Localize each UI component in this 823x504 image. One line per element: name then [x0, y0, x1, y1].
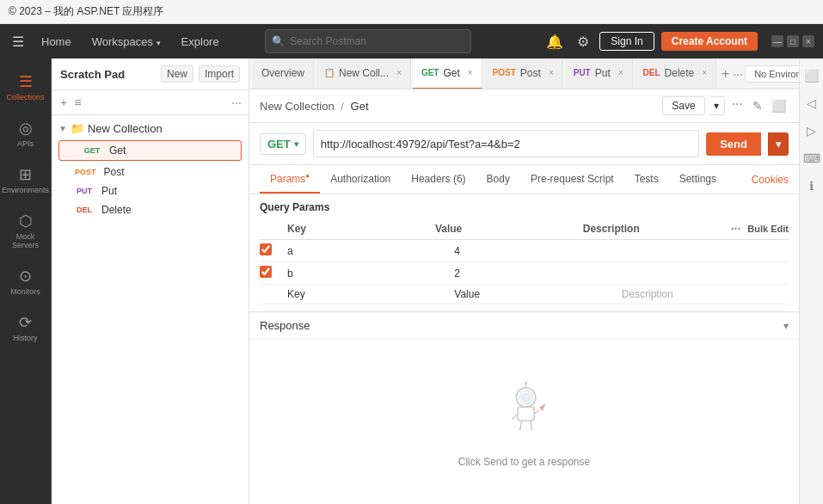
tab-put-label: Put [595, 67, 611, 79]
edit-icon[interactable]: ✎ [750, 96, 765, 115]
tab-post[interactable]: POST Post × [484, 58, 563, 89]
response-title: Response [260, 319, 310, 332]
right-panel-icon-5[interactable]: ℹ [806, 175, 817, 196]
request-item-delete[interactable]: DEL Delete [52, 200, 249, 219]
search-input[interactable] [265, 29, 471, 53]
send-dropdown-button[interactable]: ▾ [768, 132, 789, 156]
settings-icon[interactable]: ⚙ [574, 30, 593, 53]
right-panel-icon-1[interactable]: ⬜ [801, 65, 822, 86]
save-dropdown-button[interactable]: ▾ [709, 96, 725, 115]
tab-get[interactable]: GET Get × [413, 58, 482, 89]
bulk-dots-icon[interactable]: ··· [731, 222, 741, 236]
save-button[interactable]: Save [662, 96, 704, 115]
response-chevron-icon[interactable]: ▾ [783, 320, 789, 332]
header-more-icon[interactable]: ··· [728, 96, 746, 115]
row1-value[interactable]: 4 [454, 245, 621, 257]
minimize-button[interactable]: — [771, 35, 783, 47]
tab-new-coll[interactable]: 📋 New Coll... × [316, 58, 411, 89]
chevron-down-icon: ▼ [58, 124, 67, 133]
empty-value[interactable]: Value [454, 288, 621, 300]
request-item-put[interactable]: PUT Put [52, 181, 249, 200]
sidebar-item-collections[interactable]: ☰ Collections [3, 65, 48, 108]
nav-workspaces[interactable]: Workspaces ▾ [85, 32, 168, 52]
panel-more-icon[interactable]: ··· [231, 95, 242, 109]
nav-home[interactable]: Home [34, 32, 78, 52]
response-body: Click Send to get a response [249, 340, 799, 504]
request-name-delete: Delete [101, 204, 132, 216]
sidebar-item-monitors[interactable]: ⊙ Monitors [3, 260, 48, 303]
environments-icon: ⊞ [19, 165, 32, 184]
create-account-button[interactable]: Create Account [661, 32, 758, 51]
req-tab-settings[interactable]: Settings [669, 166, 727, 194]
row2-key[interactable]: b [287, 267, 454, 280]
new-tab-button[interactable]: + [722, 66, 729, 82]
response-hint: Click Send to get a response [458, 456, 590, 468]
header-actions: Save ▾ ··· ✎ ⬜ [662, 96, 789, 115]
method-select[interactable]: GET ▾ [260, 133, 306, 155]
empty-desc: Description [622, 288, 789, 300]
sidebar-item-environments[interactable]: ⊞ Environments [3, 158, 48, 201]
sidebar-label-mock-servers: Mock Servers [7, 232, 45, 249]
method-label: GET [267, 138, 291, 151]
tab-delete-label: Delete [665, 67, 695, 79]
url-input-container [313, 130, 699, 157]
request-header: New Collection / Get Save ▾ ··· ✎ ⬜ [249, 89, 799, 123]
nav-explore[interactable]: Explore [175, 32, 226, 52]
new-button[interactable]: New [161, 65, 193, 83]
request-item-post[interactable]: POST Post [52, 163, 249, 181]
svg-line-6 [519, 421, 521, 430]
notification-icon[interactable]: 🔔 [543, 30, 567, 53]
send-button[interactable]: Send [706, 132, 761, 156]
sign-in-button[interactable]: Sign In [599, 32, 654, 51]
right-panel-icon-4[interactable]: ⌨ [800, 148, 824, 169]
row1-key[interactable]: a [287, 245, 454, 257]
search-container: 🔍 [265, 29, 471, 53]
tab-new-coll-close[interactable]: × [396, 68, 402, 77]
sidebar-item-history[interactable]: ⟳ History [3, 306, 48, 349]
params-table-header: Key Value Description ··· Bulk Edit [260, 218, 789, 240]
response-section: Response ▾ [249, 311, 799, 504]
req-tab-headers[interactable]: Headers (6) [401, 166, 476, 194]
add-icon[interactable]: + [58, 94, 69, 111]
request-item-get[interactable]: GET Get [58, 140, 242, 161]
row1-checkbox[interactable] [260, 243, 272, 255]
req-tab-params[interactable]: Params● [260, 165, 320, 194]
import-button[interactable]: Import [199, 65, 240, 83]
req-tab-body[interactable]: Body [476, 166, 520, 194]
req-tab-pre-request[interactable]: Pre-request Script [520, 166, 624, 194]
tab-post-close[interactable]: × [549, 68, 554, 77]
sidebar-item-apis[interactable]: ◎ APIs [3, 112, 48, 155]
empty-key[interactable]: Key [287, 288, 454, 300]
right-panel-icon-3[interactable]: ▷ [803, 120, 820, 141]
bulk-edit-button[interactable]: Bulk Edit [747, 224, 789, 234]
tab-delete-close[interactable]: × [702, 68, 707, 77]
tab-post-label: Post [520, 67, 541, 79]
req-tab-tests[interactable]: Tests [624, 166, 669, 194]
close-button[interactable]: × [802, 35, 814, 47]
right-panel-icon-2[interactable]: ◁ [803, 93, 820, 114]
tab-put[interactable]: PUT Put × [565, 58, 633, 89]
row2-checkbox[interactable] [260, 266, 272, 278]
url-input[interactable] [321, 138, 691, 151]
cookies-link[interactable]: Cookies [752, 174, 789, 186]
filter-icon[interactable]: ≡ [72, 94, 83, 111]
req-tab-authorization[interactable]: Authorization [320, 166, 401, 194]
right-sidebar: ⬜ ◁ ▷ ⌨ ℹ [799, 58, 823, 504]
row2-value[interactable]: 2 [454, 267, 621, 280]
menu-icon[interactable]: ☰ [9, 30, 28, 53]
top-bar: © 2023 – 我的 ASP.NET 应用程序 [0, 0, 823, 24]
sidebar-item-mock-servers[interactable]: ⬡ Mock Servers [3, 205, 48, 256]
tabs-more-button[interactable]: ··· [733, 67, 743, 81]
query-params-title: Query Params [260, 201, 789, 213]
tab-get-close[interactable]: × [468, 68, 473, 77]
tab-delete[interactable]: DEL Delete × [635, 58, 717, 89]
method-badge-get: GET [80, 145, 104, 156]
environment-select[interactable]: No Environment [745, 65, 799, 83]
new-collection-tab-icon: 📋 [324, 68, 335, 77]
copy-icon[interactable]: ⬜ [769, 96, 789, 115]
sidebar-label-environments: Environments [2, 186, 49, 194]
collection-new-collection[interactable]: ▼ 📁 New Collection [52, 119, 249, 138]
restore-button[interactable]: □ [787, 35, 799, 47]
tab-overview[interactable]: Overview [253, 58, 314, 89]
tab-put-close[interactable]: × [618, 68, 623, 77]
